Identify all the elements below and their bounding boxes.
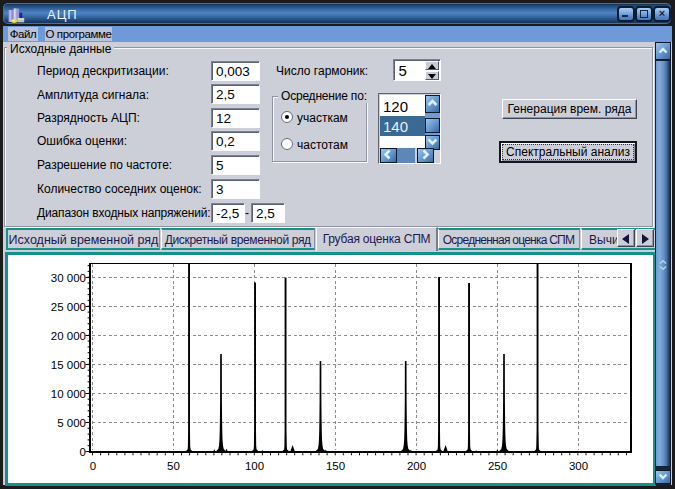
- svg-text:50: 50: [167, 460, 180, 472]
- svg-text:30 000: 30 000: [51, 272, 86, 284]
- svg-text:250: 250: [488, 460, 507, 472]
- svg-text:300: 300: [569, 460, 588, 472]
- svg-text:200: 200: [407, 460, 426, 472]
- svg-text:0: 0: [80, 446, 86, 458]
- svg-text:0: 0: [90, 460, 96, 472]
- svg-text:5 000: 5 000: [57, 417, 86, 429]
- svg-text:10 000: 10 000: [51, 388, 86, 400]
- svg-text:100: 100: [245, 460, 264, 472]
- svg-text:25 000: 25 000: [51, 301, 86, 313]
- svg-text:150: 150: [326, 460, 345, 472]
- svg-text:15 000: 15 000: [51, 359, 86, 371]
- svg-text:20 000: 20 000: [51, 330, 86, 342]
